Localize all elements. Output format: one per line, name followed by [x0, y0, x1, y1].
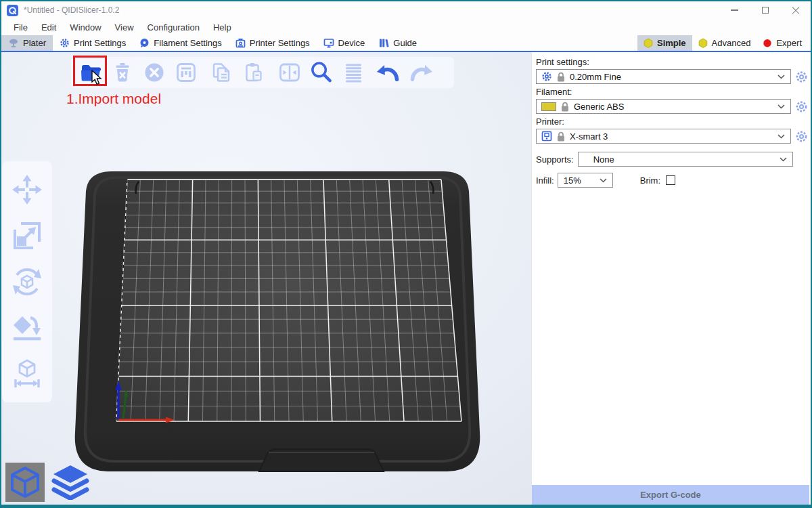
chevron-down-icon [777, 75, 785, 79]
chevron-down-icon [777, 104, 785, 109]
menu-bar: File Edit Window View Configuration Help [1, 19, 811, 35]
maximize-button[interactable] [750, 1, 780, 19]
yellow-hexagon-icon [698, 38, 708, 48]
menu-edit[interactable]: Edit [35, 19, 63, 35]
scale-icon [12, 220, 43, 251]
undo-button[interactable] [376, 60, 401, 85]
mode-expert[interactable]: Expert [757, 35, 808, 51]
menu-configuration[interactable]: Configuration [141, 19, 206, 35]
tab-device[interactable]: Device [317, 35, 372, 51]
delete-button[interactable] [110, 60, 135, 85]
printer-icon [235, 38, 246, 48]
maximize-icon [762, 7, 769, 14]
tab-printer-settings[interactable]: Printer Settings [229, 35, 317, 51]
place-on-face-button[interactable] [10, 311, 44, 345]
tab-label: Printer Settings [250, 38, 310, 48]
move-button[interactable] [10, 173, 44, 207]
gear-icon [60, 38, 70, 48]
paste-button[interactable] [241, 60, 266, 85]
gear-icon [795, 100, 808, 113]
chevron-down-icon [600, 178, 607, 183]
tab-bar: Plater Print Settings Filament Settings [1, 35, 811, 52]
brim-checkbox[interactable] [666, 175, 675, 185]
menu-window[interactable]: Window [63, 19, 108, 35]
app-window: *Untitled - QIDISlicer-1.0.2 File Edit W… [0, 0, 812, 508]
device-icon [323, 38, 334, 48]
split-objects-button[interactable] [277, 60, 302, 85]
tab-label: Print Settings [74, 38, 126, 48]
minimize-button[interactable] [719, 1, 750, 19]
gear-icon [795, 70, 808, 83]
tab-label: Device [338, 38, 365, 48]
delete-icon [111, 61, 134, 84]
measure-button[interactable] [10, 357, 44, 391]
redo-icon [408, 60, 433, 85]
printer-gear-button[interactable] [794, 130, 808, 143]
search-button[interactable] [309, 60, 334, 85]
lock-icon [561, 102, 569, 112]
print-bed [71, 163, 487, 484]
print-settings-label: Print settings: [536, 57, 808, 67]
delete-all-button[interactable] [141, 60, 166, 85]
arrange-button[interactable] [173, 60, 198, 85]
filament-gear-button[interactable] [794, 100, 808, 113]
scale-button[interactable] [10, 219, 44, 253]
rotate-button[interactable] [10, 265, 44, 299]
tab-label: Filament Settings [154, 38, 221, 48]
supports-label: Supports: [536, 154, 574, 165]
tab-filament-settings[interactable]: Filament Settings [133, 35, 228, 51]
mode-label: Advanced [712, 38, 751, 48]
printer-label: Printer: [536, 117, 808, 127]
plater-icon [8, 38, 19, 48]
redo-button[interactable] [408, 60, 433, 85]
3d-editor-view-button[interactable] [5, 463, 45, 502]
infill-value: 15% [564, 175, 595, 186]
printer-value: X-smart 3 [570, 131, 773, 142]
variable-layer-height-button[interactable] [340, 60, 365, 85]
mode-simple[interactable]: Simple [637, 35, 692, 51]
viewport-3d[interactable]: 1.Import model [1, 52, 531, 505]
tab-label: Plater [23, 38, 46, 48]
app-logo-icon [7, 5, 18, 16]
tab-print-settings[interactable]: Print Settings [53, 35, 133, 51]
brim-label: Brim: [640, 175, 660, 186]
filament-dropdown[interactable]: Generic ABS [536, 99, 791, 114]
print-settings-gear-button[interactable] [794, 70, 808, 83]
filament-value: Generic ABS [574, 102, 773, 112]
red-circle-icon [763, 38, 772, 48]
copy-button[interactable] [209, 60, 234, 85]
printer-dropdown[interactable]: X-smart 3 [536, 129, 791, 144]
measure-icon [12, 358, 43, 389]
chevron-down-icon [780, 157, 787, 162]
infill-dropdown[interactable]: 15% [558, 173, 613, 188]
lock-icon [557, 72, 565, 82]
tutorial-annotation: 1.Import model [66, 91, 161, 107]
gizmo-toolbar [2, 161, 52, 402]
lock-icon [557, 131, 565, 142]
supports-dropdown[interactable]: None [578, 152, 793, 167]
menu-help[interactable]: Help [206, 19, 238, 35]
guide-icon [378, 38, 389, 48]
mode-advanced[interactable]: Advanced [692, 35, 757, 51]
undo-icon [376, 60, 401, 85]
search-icon [309, 60, 334, 85]
preview-icon [51, 465, 89, 500]
menu-file[interactable]: File [7, 19, 35, 35]
minimize-icon [731, 9, 738, 11]
export-gcode-button[interactable]: Export G-code [532, 485, 809, 505]
arrange-icon [175, 61, 198, 84]
rotate-icon [12, 266, 43, 297]
preview-button[interactable] [50, 463, 91, 502]
delete-all-icon [143, 61, 166, 84]
infill-label: Infill: [536, 175, 554, 186]
print-settings-dropdown[interactable]: 0.20mm Fine [536, 69, 791, 84]
printer-icon [541, 131, 552, 142]
close-button[interactable] [780, 1, 811, 19]
menu-view[interactable]: View [108, 19, 141, 35]
3d-editor-view-icon [9, 466, 41, 499]
yellow-hexagon-icon [644, 38, 653, 48]
settings-panel: Print settings: 0.20mm Fine [531, 52, 811, 505]
tab-guide[interactable]: Guide [371, 35, 424, 51]
variable-layer-height-icon [342, 61, 365, 84]
tab-plater[interactable]: Plater [1, 35, 53, 51]
